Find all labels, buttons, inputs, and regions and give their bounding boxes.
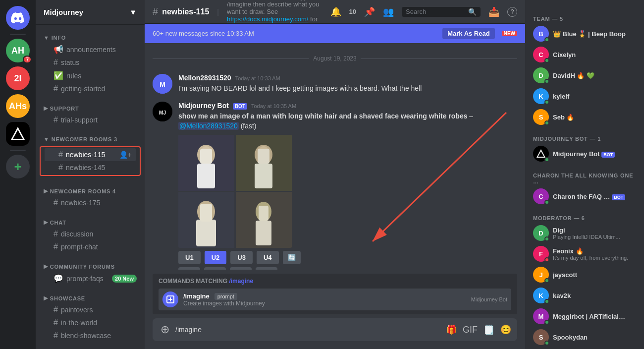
add-server-button[interactable]: + bbox=[6, 155, 30, 178]
gift-icon[interactable]: 🎁 bbox=[446, 324, 457, 335]
channel-paintovers[interactable]: # paintovers bbox=[40, 303, 141, 316]
member-name-seb: Seb 🔥 bbox=[553, 114, 636, 121]
pin-icon[interactable]: 📌 bbox=[364, 6, 375, 17]
member-info-charon: Charon the FAQ … BOT bbox=[553, 193, 636, 200]
add-user-icon: 👤+ bbox=[119, 151, 132, 159]
member-kylelf[interactable]: K kylelf bbox=[529, 86, 640, 106]
u4-button[interactable]: U4 bbox=[257, 251, 279, 264]
channel-trial-support[interactable]: # trial-support bbox=[40, 114, 141, 126]
member-charon[interactable]: C Charon the FAQ … BOT bbox=[529, 186, 640, 206]
search-input[interactable] bbox=[406, 8, 465, 15]
v2-button[interactable]: V2 bbox=[204, 267, 226, 270]
category-newcomer-4[interactable]: ▶ NEWCOMER ROOMS 4 bbox=[36, 186, 145, 196]
member-status-jayscott bbox=[544, 278, 549, 283]
help-icon[interactable]: ? bbox=[507, 7, 517, 17]
server-icon-midjourney[interactable] bbox=[6, 122, 30, 146]
search-bar[interactable]: 🔍 bbox=[402, 7, 481, 17]
member-avatar-meggirbot: M bbox=[533, 308, 549, 324]
mark-as-read-button[interactable]: Mark As Read bbox=[442, 28, 495, 39]
member-status-davidh bbox=[544, 79, 549, 84]
channel-status[interactable]: # status bbox=[40, 56, 141, 69]
message-content-mellon: Mellon28931520 Today at 10:33 AM I'm say… bbox=[178, 74, 517, 94]
category-newcomer-3[interactable]: ▼ NEWCOMER ROOMS 3 bbox=[36, 134, 145, 144]
u1-button[interactable]: U1 bbox=[178, 251, 201, 264]
discord-server-icon[interactable] bbox=[6, 6, 30, 30]
channel-blend-showcase[interactable]: # blend-showcase bbox=[40, 329, 141, 342]
channel-rules[interactable]: ✅ rules bbox=[40, 69, 141, 82]
message-group-bot-1: MJ Midjourney Bot BOT Today at 10:35 AM … bbox=[153, 102, 517, 270]
channel-in-the-world[interactable]: # in-the-world bbox=[40, 316, 141, 329]
channel-newbies-145[interactable]: # newbies-145 bbox=[45, 161, 136, 174]
category-support[interactable]: ▶ SUPPORT bbox=[36, 103, 145, 114]
category-info[interactable]: ▼ INFO bbox=[36, 33, 145, 43]
svg-rect-19 bbox=[200, 204, 212, 222]
member-seb[interactable]: S Seb 🔥 bbox=[529, 107, 640, 127]
server-header[interactable]: Midjourney ▼ bbox=[36, 0, 145, 25]
command-name: /imagine bbox=[183, 292, 210, 300]
member-davidh[interactable]: D DavidH 🔥 💚 bbox=[529, 65, 640, 85]
channel-getting-started[interactable]: # getting-started bbox=[40, 82, 141, 95]
docs-link[interactable]: https://docs.midjourney.com/ bbox=[227, 15, 309, 23]
image-cell-4 bbox=[236, 192, 292, 248]
channel-prefix: # bbox=[58, 163, 63, 172]
category-chat[interactable]: ▶ CHAT bbox=[36, 217, 145, 228]
member-digi[interactable]: D Digi Playing IntelliJ IDEA Ultim... bbox=[529, 223, 640, 243]
member-midjourney-bot[interactable]: Midjourney Bot BOT bbox=[529, 144, 640, 164]
command-item-imagine[interactable]: /imagine prompt Create images with Midjo… bbox=[159, 289, 511, 310]
member-cixelyn[interactable]: C Cixelyn bbox=[529, 45, 640, 64]
bell-icon[interactable]: 🔔 bbox=[330, 6, 341, 17]
gif-icon[interactable]: GIF bbox=[463, 325, 478, 335]
member-meggirbot[interactable]: M Meggirbot | ARTificial… bbox=[529, 306, 640, 326]
message-input[interactable] bbox=[175, 320, 442, 340]
add-attachment-button[interactable]: ⊕ bbox=[159, 318, 171, 341]
member-kav2k[interactable]: K kav2k bbox=[529, 286, 640, 305]
member-info-kylelf: kylelf bbox=[553, 93, 636, 100]
input-icons: 🎁 GIF 🗒️ 😊 bbox=[446, 324, 511, 335]
category-label-community-forums: COMMUNITY FORUMS bbox=[50, 264, 115, 270]
commands-matching: COMMANDS MATCHING /imagine /imagine prom… bbox=[153, 274, 517, 314]
member-status-spookydan bbox=[544, 341, 549, 346]
commands-matching-query: /imagine bbox=[229, 278, 253, 285]
channel-prefix: ✅ bbox=[54, 71, 63, 80]
command-tag: prompt bbox=[215, 293, 237, 300]
message-content-bot-1: Midjourney Bot BOT Today at 10:35 AM sho… bbox=[178, 102, 517, 270]
channel-announcements[interactable]: 📢 announcements bbox=[40, 43, 141, 56]
section-chat: ▶ CHAT # discussion # prompt-chat bbox=[36, 217, 145, 253]
channel-newbies-175[interactable]: # newbies-175 bbox=[40, 196, 141, 209]
channel-prefix: # bbox=[58, 150, 63, 159]
inbox-icon[interactable]: 📥 bbox=[488, 6, 499, 17]
channel-prompt-faqs[interactable]: 💬 prompt-faqs 20 New bbox=[40, 272, 141, 285]
server-icon-2i[interactable]: 2I bbox=[6, 66, 30, 90]
emoji-icon[interactable]: 😊 bbox=[500, 324, 511, 335]
member-jayscott[interactable]: J jayscott bbox=[529, 265, 640, 285]
member-spookydan[interactable]: S Spookydan bbox=[529, 327, 640, 347]
members-icon[interactable]: 👥 bbox=[383, 6, 394, 17]
refresh-button[interactable]: 🔄 bbox=[283, 251, 301, 264]
server-icon-ah[interactable]: AH 7 bbox=[6, 39, 30, 62]
channel-name: rules bbox=[66, 72, 137, 80]
server-icon-ahs[interactable]: AHs bbox=[6, 94, 30, 118]
channel-discussion[interactable]: # discussion bbox=[40, 228, 141, 240]
u2-button[interactable]: U2 bbox=[205, 251, 227, 264]
channel-newbies-115[interactable]: # newbies-115 👤+ bbox=[45, 148, 136, 161]
member-blue[interactable]: B 👑 Blue 🎖️ | Beep Boop bbox=[529, 24, 640, 44]
category-showcase[interactable]: ▶ SHOWCASE bbox=[36, 293, 145, 303]
channel-prefix: # bbox=[54, 116, 58, 124]
section-header-charon: CHARON THE ALL KNOWING ONE … bbox=[529, 165, 640, 186]
sticker-icon[interactable]: 🗒️ bbox=[483, 324, 494, 335]
u3-button[interactable]: U3 bbox=[230, 251, 253, 264]
member-info-cixelyn: Cixelyn bbox=[553, 51, 636, 58]
v3-button[interactable]: V3 bbox=[230, 267, 252, 270]
section-newcomer-4: ▶ NEWCOMER ROOMS 4 # newbies-175 bbox=[36, 186, 145, 209]
member-avatar-charon: C bbox=[533, 188, 549, 204]
member-avatar-jayscott: J bbox=[533, 267, 549, 283]
commands-matching-container: COMMANDS MATCHING /imagine /imagine prom… bbox=[145, 270, 525, 318]
v4-button[interactable]: V4 bbox=[256, 267, 277, 270]
member-name-spookydan: Spookydan bbox=[553, 334, 636, 341]
v1-button[interactable]: V1 bbox=[178, 267, 200, 270]
channel-prompt-chat[interactable]: # prompt-chat bbox=[40, 240, 141, 253]
category-community-forums[interactable]: ▶ COMMUNITY FORUMS bbox=[36, 261, 145, 272]
server-header-chevron: ▼ bbox=[129, 8, 137, 16]
member-status-meggirbot bbox=[544, 320, 549, 325]
member-feonix[interactable]: F Feonix 🔥 It's my day off, from everyth… bbox=[529, 244, 640, 264]
